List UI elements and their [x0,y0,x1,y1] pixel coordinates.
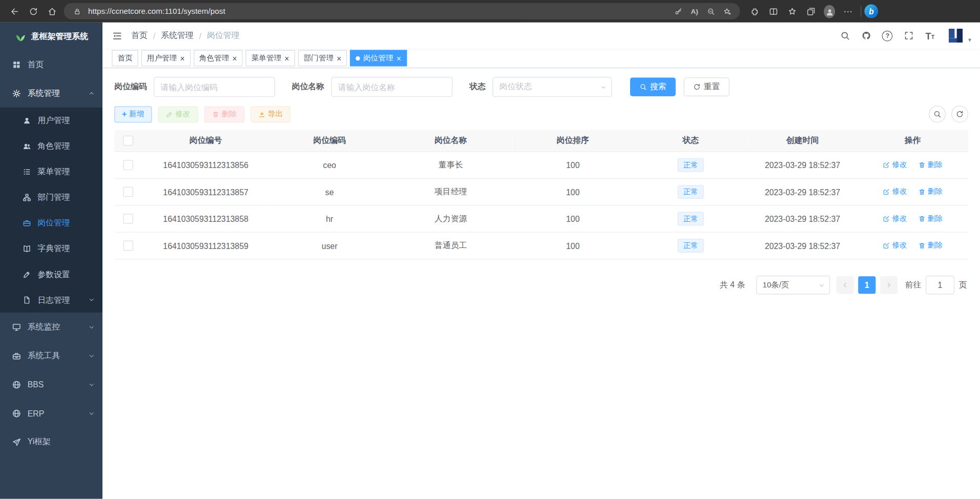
sidebar-item-system[interactable]: 系统管理 [0,79,102,108]
bing-icon[interactable]: b [864,5,878,18]
row-delete-link[interactable]: 删除 [918,159,943,170]
sidebar-item-tools[interactable]: 系统工具 [0,341,102,370]
sidebar-item-monitor[interactable]: 系统监控 [0,313,102,341]
split-screen-icon[interactable] [764,3,783,20]
add-favorite-star-icon[interactable] [719,5,735,18]
table-row: 1641030593112313859 user 普通员工 100 正常 202… [114,232,968,259]
next-page-button[interactable] [880,276,898,294]
row-edit-link[interactable]: 修改 [883,213,907,224]
tab-role-mgmt[interactable]: 角色管理 × [194,50,243,67]
search-button[interactable]: 搜索 [630,77,676,96]
row-checkbox[interactable] [123,214,133,224]
breadcrumb-system[interactable]: 系统管理 [161,30,193,41]
sidebar-item-post-mgmt[interactable]: 岗位管理 [0,210,102,236]
row-checkbox[interactable] [123,160,133,171]
caret-down-icon[interactable]: ▾ [968,36,971,43]
reset-button[interactable]: 重置 [684,77,729,96]
tab-dept-mgmt[interactable]: 部门管理 × [298,50,347,67]
address-bar[interactable]: https://ccnetcore.com:1101/system/post A… [64,3,740,19]
ssl-lock-icon[interactable] [69,5,85,18]
breadcrumb-home[interactable]: 首页 [131,30,148,41]
url-text[interactable]: https://ccnetcore.com:1101/system/post [88,7,670,15]
close-icon[interactable]: × [397,54,401,63]
gear-icon [12,89,21,98]
browser-back-button[interactable] [5,3,24,20]
sidebar-item-yi-framework[interactable]: Yi框架 [0,428,102,456]
sidebar-item-role-mgmt[interactable]: 角色管理 [0,133,102,159]
yi-logo-avatar[interactable] [947,27,964,44]
header-search-icon[interactable] [836,26,854,45]
refresh-table-button[interactable] [951,106,968,122]
delete-button[interactable]: 删除 [204,106,244,122]
trash-icon [212,110,219,118]
sidebar-item-log-mgmt[interactable]: 日志管理 [0,287,102,313]
status-label: 状态 [469,81,486,93]
tab-user-mgmt[interactable]: 用户管理 × [141,50,191,67]
status-select[interactable]: 岗位状态 [492,77,612,97]
extensions-puzzle-icon[interactable] [745,3,764,20]
table-header-row: 岗位编号 岗位编码 岗位名称 岗位排序 状态 创建时间 操作 [114,130,968,152]
tab-menu-mgmt[interactable]: 菜单管理 × [246,50,295,67]
sidebar-item-param-settings[interactable]: 参数设置 [0,261,102,287]
dashboard-icon [12,60,21,69]
toggle-search-button[interactable] [929,106,946,122]
row-edit-link[interactable]: 修改 [883,186,907,197]
favorites-star-icon[interactable] [783,3,802,20]
help-icon[interactable]: ? [878,26,897,45]
post-code-input[interactable] [154,77,275,97]
row-delete-link[interactable]: 删除 [918,240,943,251]
fullscreen-icon[interactable] [900,26,919,45]
sidebar-item-home[interactable]: 首页 [0,50,102,79]
github-icon[interactable] [857,26,876,45]
cell-post-id: 1641030593112313856 [142,152,270,178]
edit-button[interactable]: 修改 [158,106,198,122]
cell-post-sort: 100 [512,178,634,205]
read-aloud-icon[interactable]: A) [686,5,703,18]
sidebar-item-menu-mgmt[interactable]: 菜单管理 [0,159,102,184]
add-button[interactable]: + 新增 [114,106,152,122]
close-icon[interactable]: × [180,54,184,63]
row-checkbox[interactable] [123,241,133,251]
row-delete-link[interactable]: 删除 [918,213,943,224]
post-name-input[interactable] [331,77,453,97]
font-size-icon[interactable]: TT [921,26,940,45]
cell-post-code: hr [270,205,389,232]
browser-menu-ellipsis-icon[interactable]: ⋯ [839,3,858,20]
collections-icon[interactable] [801,3,820,20]
pagination-total: 共 4 条 [720,279,745,290]
close-icon[interactable]: × [284,54,289,63]
zoom-out-icon[interactable] [702,5,719,18]
sidebar-item-erp[interactable]: ERP [0,399,102,427]
breadcrumb: 首页 / 系统管理 / 岗位管理 [131,30,239,41]
sidebar-item-dict-mgmt[interactable]: 字典管理 [0,236,102,261]
sidebar-item-bbs[interactable]: BBS [0,370,102,399]
browser-refresh-button[interactable] [24,3,43,20]
tab-home[interactable]: 首页 [112,50,138,67]
row-delete-link[interactable]: 删除 [918,186,943,197]
globe-icon [12,380,21,389]
page-number-current[interactable]: 1 [858,276,875,294]
status-badge: 正常 [678,239,704,253]
sidebar-item-user-mgmt[interactable]: 用户管理 [0,108,102,133]
cell-created-time: 2023-03-29 18:52:37 [748,178,857,205]
table-toolbar: + 新增 修改 删除 导出 [114,106,968,122]
goto-page-input[interactable] [926,276,954,295]
menu-collapse-icon[interactable] [102,23,131,49]
browser-home-button[interactable] [43,3,61,20]
password-key-icon[interactable] [670,5,686,18]
app-logo[interactable]: 意框架管理系统 [0,23,102,50]
row-edit-link[interactable]: 修改 [883,240,907,251]
tab-post-mgmt[interactable]: 岗位管理 × [350,50,407,67]
select-all-checkbox[interactable] [123,136,133,146]
close-icon[interactable]: × [337,54,341,63]
sidebar-item-dept-mgmt[interactable]: 部门管理 [0,184,102,210]
cell-post-code: ceo [270,152,389,178]
prev-page-button[interactable] [836,276,853,294]
home-icon [47,7,56,16]
export-button[interactable]: 导出 [251,106,290,122]
profile-avatar-icon[interactable] [820,3,839,20]
page-size-select[interactable]: 10条/页 [756,276,830,295]
close-icon[interactable]: × [232,54,237,63]
row-edit-link[interactable]: 修改 [883,159,907,170]
row-checkbox[interactable] [123,187,133,197]
